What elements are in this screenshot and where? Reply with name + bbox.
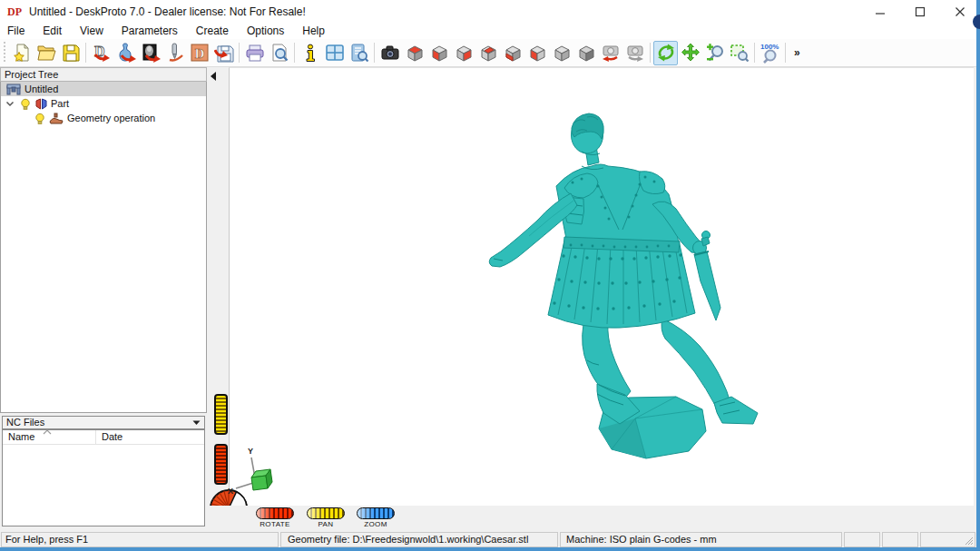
title-bar: DP Untitled - DeskProto 7.0 - Dealer lic… — [0, 0, 980, 23]
import-geometry-icon — [116, 43, 136, 63]
nc-files-empty-area[interactable] — [3, 445, 204, 526]
feed-gauge-indicator — [214, 394, 228, 435]
next-view-button[interactable] — [622, 41, 647, 65]
axis-y-label: Y — [248, 447, 253, 456]
chevron-down-icon — [192, 420, 201, 426]
print-button[interactable] — [242, 41, 267, 65]
tree-item-untitled[interactable]: Untitled — [1, 82, 206, 96]
nc-files-selector[interactable]: NC Files — [2, 416, 205, 429]
printer-icon — [245, 43, 265, 63]
pan-hint-gauge — [307, 507, 345, 519]
rotate-hint-indicator: ROTATE — [254, 507, 296, 528]
zoom-100-button[interactable]: 100% — [758, 41, 782, 65]
save-project-button[interactable] — [58, 41, 83, 65]
import-cutter-button[interactable] — [162, 41, 187, 65]
open-project-button[interactable] — [34, 41, 58, 65]
maximize-icon — [915, 6, 926, 17]
project-tree-header: Project Tree — [0, 67, 207, 82]
toolbar-separator — [374, 43, 375, 63]
view-front-button[interactable] — [426, 41, 451, 65]
collapse-panel-icon[interactable] — [210, 72, 217, 81]
new-project-button[interactable] — [9, 41, 34, 65]
import-drawing-button[interactable]: D — [89, 41, 113, 65]
zoom-in-out-button[interactable] — [702, 41, 727, 65]
import-drawing-icon: D — [92, 43, 112, 63]
maximize-button[interactable] — [900, 0, 940, 23]
menu-options[interactable]: Options — [238, 23, 293, 39]
nc-files-list: Name Date — [2, 429, 205, 526]
status-empty-pane — [844, 532, 880, 547]
import-bitmap-icon — [141, 43, 161, 63]
report-preview-button[interactable] — [347, 41, 371, 65]
info-button[interactable] — [298, 41, 322, 65]
next-view-camera-icon — [625, 43, 645, 63]
expand-chevron-icon[interactable] — [5, 99, 15, 108]
pan-view-button[interactable] — [678, 41, 702, 65]
view-top-cube-icon — [405, 43, 425, 63]
status-help-pane: For Help, press F1 — [1, 532, 279, 547]
toolbar-separator — [239, 43, 240, 63]
rotate-view-button[interactable] — [653, 41, 678, 65]
zoom-100-icon: 100% — [760, 42, 781, 64]
tree-item-part[interactable]: Part — [1, 96, 206, 111]
resize-grip-icon[interactable] — [963, 535, 974, 546]
shaded-cube-icon — [576, 43, 596, 63]
visibility-bulb-icon[interactable] — [34, 113, 45, 124]
save-as-icon — [214, 43, 234, 63]
menu-create[interactable]: Create — [187, 23, 238, 39]
zoom-window-button[interactable] — [727, 41, 751, 65]
view-right-cube-icon — [454, 43, 474, 63]
view-bottom-button[interactable] — [500, 41, 524, 65]
toolbar-separator — [85, 43, 86, 63]
open-folder-icon — [36, 43, 56, 63]
zoom-window-icon — [730, 43, 750, 63]
menu-parameters[interactable]: Parameters — [113, 23, 187, 39]
toolbar-drag-handle[interactable] — [2, 42, 7, 64]
visibility-bulb-icon[interactable] — [20, 98, 31, 110]
nc-column-name[interactable]: Name — [3, 430, 96, 444]
toolbar-separator — [294, 43, 295, 63]
open-deskproto-file-button[interactable]: D — [187, 41, 211, 65]
view-isometric-button[interactable] — [549, 41, 573, 65]
minimize-button[interactable] — [860, 0, 900, 23]
pan-hint-label: PAN — [305, 520, 347, 528]
deskproto-logo-icon: DP — [7, 5, 24, 19]
previous-view-button[interactable] — [598, 41, 622, 65]
toolbar-separator — [754, 43, 755, 63]
speed-gauge-indicator — [214, 444, 228, 485]
panel-splitter[interactable] — [207, 67, 229, 506]
save-as-button[interactable] — [211, 41, 236, 65]
iso-cube-icon — [552, 43, 572, 63]
menu-bar: File Edit View Parameters Create Options… — [0, 23, 980, 39]
view-back-button[interactable] — [475, 41, 500, 65]
snapshot-button[interactable] — [377, 41, 402, 65]
zoom-hint-label: ZOOM — [355, 520, 397, 528]
status-machine-pane: Machine: ISO plain G-codes - mm — [560, 532, 842, 547]
print-preview-button[interactable] — [267, 41, 291, 65]
nc-column-date[interactable]: Date — [96, 430, 204, 444]
tree-item-geometry-operation[interactable]: Geometry operation — [1, 111, 206, 125]
camera-icon — [380, 43, 400, 63]
menu-edit[interactable]: Edit — [34, 23, 71, 39]
view-left-cube-icon — [527, 43, 547, 63]
import-bitmap-button[interactable] — [138, 41, 162, 65]
new-file-icon — [12, 43, 32, 63]
import-geometry-button[interactable] — [113, 41, 138, 65]
menu-file[interactable]: File — [0, 23, 34, 39]
view-right-button[interactable] — [451, 41, 475, 65]
view-side-button[interactable] — [573, 41, 598, 65]
menu-view[interactable]: View — [71, 23, 113, 39]
close-icon — [955, 6, 965, 17]
viewport-3d[interactable] — [229, 67, 974, 506]
view-left-button[interactable] — [524, 41, 549, 65]
window-layout-button[interactable] — [322, 41, 347, 65]
minimize-icon — [875, 6, 886, 17]
window-title: Untitled - DeskProto 7.0 - Dealer licens… — [29, 5, 306, 18]
sort-ascending-icon — [43, 429, 52, 435]
toolbar-separator — [785, 43, 786, 63]
pan-hint-indicator: PAN — [305, 507, 347, 528]
view-top-button[interactable] — [402, 41, 426, 65]
previous-view-camera-icon — [601, 43, 621, 63]
menu-help[interactable]: Help — [293, 23, 334, 39]
toolbar-overflow-button[interactable]: » — [794, 46, 800, 59]
